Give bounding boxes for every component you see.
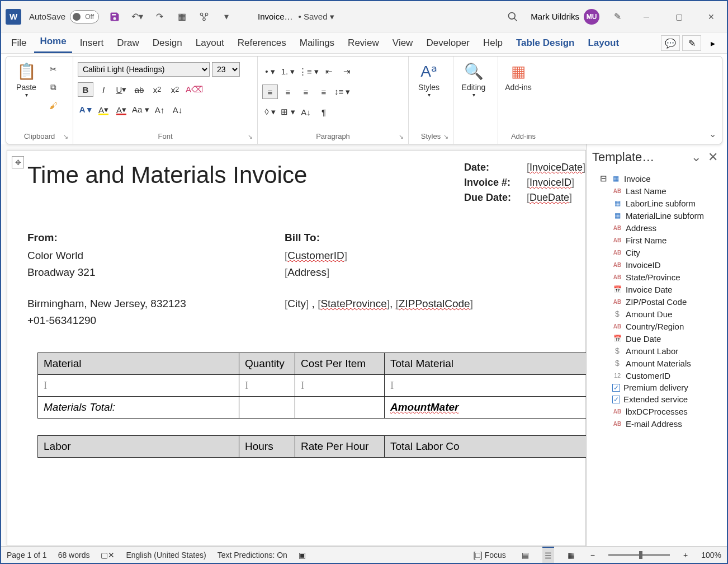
tab-insert[interactable]: Insert	[74, 33, 110, 53]
cell-material[interactable]: I	[38, 375, 239, 397]
align-left-button[interactable]: ≡	[262, 84, 278, 99]
tree-item[interactable]: ✓Extended service	[590, 393, 724, 405]
collapse-ribbon-icon[interactable]: ⌄	[709, 129, 716, 139]
web-layout-icon[interactable]: ▦	[565, 547, 577, 563]
shading-button[interactable]: ◊ ▾	[262, 105, 278, 119]
status-words[interactable]: 68 words	[58, 551, 90, 560]
addins-button[interactable]: ▦ Add-ins	[503, 62, 534, 92]
change-case-button[interactable]: Aa ▾	[131, 102, 150, 117]
save-status[interactable]: • Saved ▾	[299, 12, 334, 22]
materials-table[interactable]: Material Quantity Cost Per Item Total Ma…	[37, 352, 586, 419]
tree-root[interactable]: ⊟ ▦ Invoice	[590, 172, 724, 185]
print-layout-icon[interactable]: ☰	[542, 547, 554, 563]
tree-item[interactable]: ABLast Name	[590, 185, 724, 197]
from-line2[interactable]: Broadway 321	[27, 266, 285, 279]
status-language[interactable]: English (United States)	[126, 551, 206, 560]
editing-button[interactable]: 🔍 Editing ▾	[458, 62, 489, 98]
tree-item[interactable]: 📅Invoice Date	[590, 283, 724, 295]
tree-item[interactable]: $Amount Labor	[590, 345, 724, 357]
tree-item[interactable]: ABAddress	[590, 222, 724, 234]
tree-item[interactable]: 12CustomerID	[590, 369, 724, 382]
bold-button[interactable]: B	[78, 82, 93, 97]
underline-button[interactable]: U ▾	[114, 82, 129, 97]
tree-item[interactable]: ABE-mail Address	[590, 417, 724, 430]
font-color-button[interactable]: A ▾	[114, 102, 129, 117]
col-material[interactable]: Material	[38, 353, 239, 375]
highlight-button[interactable]: A ▾	[96, 102, 111, 117]
increase-indent-button[interactable]: ⇥	[339, 64, 355, 79]
tree-item[interactable]: ABlbxDCProcesses	[590, 405, 724, 417]
status-predictions[interactable]: Text Predictions: On	[218, 551, 287, 560]
editing-mode-icon[interactable]: ✎	[682, 35, 701, 51]
clipboard-dialog-icon[interactable]: ↘	[63, 133, 68, 140]
spellcheck-icon[interactable]: ▢✕	[101, 551, 115, 560]
doc-heading[interactable]: Time and Materials Invoice	[27, 162, 307, 207]
sort-button[interactable]: A↓	[298, 105, 314, 119]
text-effects-button[interactable]: A ▾	[78, 102, 93, 117]
collapse-icon[interactable]: ⊟	[600, 173, 607, 184]
redo-icon[interactable]: ↷	[152, 9, 167, 25]
styles-dialog-icon[interactable]: ↘	[443, 133, 448, 140]
materials-total-label[interactable]: Materials Total:	[38, 397, 239, 419]
justify-button[interactable]: ≡	[316, 84, 332, 99]
user-account[interactable]: Mark Uildriks MU	[531, 9, 599, 25]
tree-item[interactable]: $Amount Materials	[590, 357, 724, 369]
tab-home[interactable]: Home	[34, 31, 72, 53]
cell-total[interactable]: I	[385, 375, 587, 397]
tree-item[interactable]: ABState/Province	[590, 271, 724, 283]
col-labor-total[interactable]: Total Labor Co	[385, 436, 587, 458]
strike-button[interactable]: ab	[131, 82, 147, 97]
font-name-select[interactable]: Calibri Light (Headings)	[78, 62, 210, 77]
tree-item[interactable]: ABInvoiceID	[590, 258, 724, 271]
meta-invoice-field[interactable]: InvoiceID	[527, 177, 574, 189]
line-spacing-button[interactable]: ↕≡ ▾	[334, 84, 351, 99]
billto-address[interactable]: Address	[285, 266, 329, 278]
tree-item[interactable]: 📅Due Date	[590, 332, 724, 345]
comments-icon[interactable]: 💬	[661, 35, 680, 51]
paragraph-dialog-icon[interactable]: ↘	[399, 133, 404, 140]
pane-close-icon[interactable]: ✕	[705, 150, 721, 164]
tree-item[interactable]: ▦MaterialLine subform	[590, 209, 724, 222]
pane-dropdown-icon[interactable]: ⌄	[688, 150, 705, 164]
italic-button[interactable]: I	[96, 82, 111, 97]
materials-total-field[interactable]: AmountMater	[385, 397, 587, 419]
tab-table-layout[interactable]: Layout	[582, 33, 625, 53]
tree-item[interactable]: ▦LaborLine subform	[590, 197, 724, 209]
clear-format-button[interactable]: A⌫	[185, 82, 204, 97]
format-painter-icon[interactable]: 🖌	[45, 98, 61, 112]
tab-design[interactable]: Design	[147, 33, 188, 53]
shrink-font-button[interactable]: A↓	[170, 102, 186, 117]
search-icon[interactable]	[505, 9, 521, 25]
read-mode-icon[interactable]: ▤	[519, 547, 531, 563]
autosave-control[interactable]: AutoSave Off	[29, 10, 99, 24]
col-labor[interactable]: Labor	[38, 436, 239, 458]
billto-zip[interactable]: ZIPPostalCode	[396, 298, 473, 309]
labor-table[interactable]: Labor Hours Rate Per Hour Total Labor Co	[37, 435, 586, 458]
close-button[interactable]: ✕	[700, 8, 722, 25]
billto-state[interactable]: StateProvince	[318, 298, 390, 309]
tree-item[interactable]: ABZIP/Postal Code	[590, 295, 724, 308]
subscript-button[interactable]: x2	[149, 82, 165, 97]
from-line4[interactable]: +01-56341290	[27, 314, 285, 327]
tab-layout[interactable]: Layout	[190, 33, 230, 53]
accessibility-icon[interactable]: ▣	[299, 551, 306, 560]
zoom-level[interactable]: 100%	[701, 551, 721, 560]
zoom-out-button[interactable]: −	[588, 547, 597, 563]
tab-references[interactable]: References	[232, 33, 292, 53]
grow-font-button[interactable]: A↑	[152, 102, 168, 117]
cut-icon[interactable]: ✂	[45, 62, 61, 77]
share-icon[interactable]: ▸	[703, 35, 722, 51]
tree-item[interactable]: $Amount Due	[590, 308, 724, 320]
paste-button[interactable]: 📋 Paste ▾	[11, 62, 42, 98]
tab-file[interactable]: File	[6, 33, 32, 53]
numbering-button[interactable]: 1. ▾	[280, 64, 296, 79]
meta-date-field[interactable]: InvoiceDate	[527, 162, 585, 173]
zoom-slider[interactable]	[608, 554, 670, 556]
tab-help[interactable]: Help	[478, 33, 508, 53]
multilevel-button[interactable]: ⋮≡ ▾	[298, 64, 319, 79]
col-rate[interactable]: Rate Per Hour	[295, 436, 385, 458]
qat-more-icon[interactable]: ▾	[219, 9, 234, 25]
col-quantity[interactable]: Quantity	[239, 353, 295, 375]
save-icon[interactable]	[107, 9, 122, 25]
bullets-button[interactable]: • ▾	[262, 64, 278, 79]
